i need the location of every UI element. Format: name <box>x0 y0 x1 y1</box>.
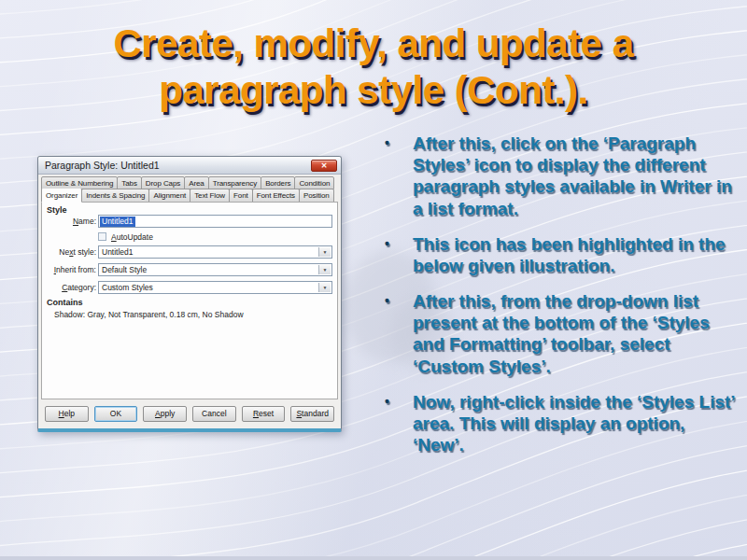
bullet-text: This icon has been highlighted in the be… <box>413 233 740 276</box>
name-input-selected-text: Untitled1 <box>100 217 135 227</box>
autoupdate-label: AutoUpdate <box>111 231 153 243</box>
help-button[interactable]: Help <box>45 406 89 422</box>
slide: Create, modify, and update a paragraph s… <box>0 0 747 560</box>
dropdown-arrow-icon[interactable]: ▼ <box>318 283 331 292</box>
slide-bottom-edge <box>0 556 747 560</box>
list-item: • After this, from the drop-down list pr… <box>385 290 740 377</box>
dialog-tab-row-front: Organizer Indents & Spacing Alignment Te… <box>41 189 338 203</box>
list-item: • This icon has been highlighted in the … <box>385 233 740 276</box>
tab-tabs[interactable]: Tabs <box>117 176 142 189</box>
style-section-heading: Style <box>47 205 67 215</box>
next-style-value: Untitled1 <box>99 246 331 258</box>
bullet-icon: • <box>385 233 413 276</box>
tab-transparency[interactable]: Transparency <box>208 176 261 189</box>
apply-button[interactable]: Apply <box>143 406 187 422</box>
tab-drop-caps[interactable]: Drop Caps <box>141 176 185 189</box>
ok-button[interactable]: OK <box>94 406 138 422</box>
tab-borders[interactable]: Borders <box>261 176 295 189</box>
category-combobox[interactable]: Custom Styles ▼ <box>98 281 332 294</box>
autoupdate-checkbox[interactable] <box>98 232 106 241</box>
tab-condition[interactable]: Condition <box>294 176 334 189</box>
tab-font-effects[interactable]: Font Effects <box>252 189 300 203</box>
bullet-icon: • <box>385 391 413 456</box>
bullet-text: Now, right-click inside the ‘Styles List… <box>413 391 740 456</box>
next-style-combobox[interactable]: Untitled1 ▼ <box>98 245 332 259</box>
inherit-from-label: Inherit from: <box>44 264 96 276</box>
dialog-tab-row-back: Outline & Numbering Tabs Drop Caps Area … <box>41 176 338 189</box>
standard-button[interactable]: Standard <box>290 406 334 422</box>
slide-title: Create, modify, and update a paragraph s… <box>75 21 672 115</box>
list-item: • Now, right-click inside the ‘Styles Li… <box>385 391 740 456</box>
reset-button[interactable]: Reset <box>242 406 286 422</box>
bullet-icon: • <box>385 133 413 219</box>
name-field-label: Name: <box>44 216 96 228</box>
bullet-icon: • <box>385 290 413 377</box>
bullet-list: • After this, click on the ‘Paragraph St… <box>385 133 740 469</box>
tab-alignment[interactable]: Alignment <box>148 189 190 203</box>
close-icon[interactable]: ✕ <box>311 160 337 172</box>
tab-area[interactable]: Area <box>184 176 209 189</box>
next-style-label: Next style: <box>44 246 96 259</box>
category-value: Custom Styles <box>99 282 331 293</box>
tab-organizer[interactable]: Organizer <box>41 189 82 203</box>
paragraph-style-dialog: Paragraph Style: Untitled1 ✕ Outline & N… <box>37 156 342 432</box>
organizer-tab-panel: Style Name: Untitled1 AutoUpdate Next st… <box>41 202 338 399</box>
list-item: • After this, click on the ‘Paragraph St… <box>385 133 740 219</box>
tab-indents-spacing[interactable]: Indents & Spacing <box>81 189 149 203</box>
inherit-from-value: Default Style <box>99 264 331 275</box>
contains-text: Shadow: Gray, Not Transparent, 0.18 cm, … <box>54 310 244 319</box>
name-input[interactable]: Untitled1 <box>98 215 332 228</box>
category-label: Category: <box>44 282 96 294</box>
dialog-button-row: Help OK Apply Cancel Reset Standard <box>45 406 334 422</box>
dropdown-arrow-icon[interactable]: ▼ <box>318 247 331 257</box>
bullet-text: After this, click on the ‘Paragraph Styl… <box>413 133 740 219</box>
tab-text-flow[interactable]: Text Flow <box>190 189 230 203</box>
tab-font[interactable]: Font <box>229 189 253 203</box>
bullet-text: After this, from the drop-down list pres… <box>413 290 740 377</box>
tab-position[interactable]: Position <box>299 189 334 203</box>
cancel-button[interactable]: Cancel <box>192 406 236 422</box>
inherit-from-combobox[interactable]: Default Style ▼ <box>98 263 332 276</box>
tab-outline-numbering[interactable]: Outline & Numbering <box>41 176 118 189</box>
dropdown-arrow-icon[interactable]: ▼ <box>318 265 331 274</box>
dialog-titlebar[interactable]: Paragraph Style: Untitled1 <box>38 157 341 175</box>
contains-section-heading: Contains <box>47 298 83 307</box>
